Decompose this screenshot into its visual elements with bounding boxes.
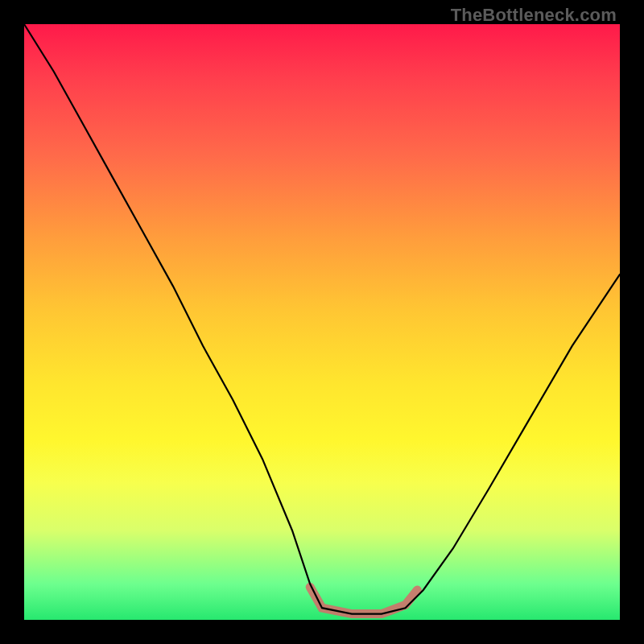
plot-area (24, 24, 620, 620)
chart-frame: TheBottleneck.com (0, 0, 644, 644)
bottleneck-curve (24, 24, 620, 614)
watermark-text: TheBottleneck.com (451, 5, 617, 26)
chart-svg (24, 24, 620, 620)
